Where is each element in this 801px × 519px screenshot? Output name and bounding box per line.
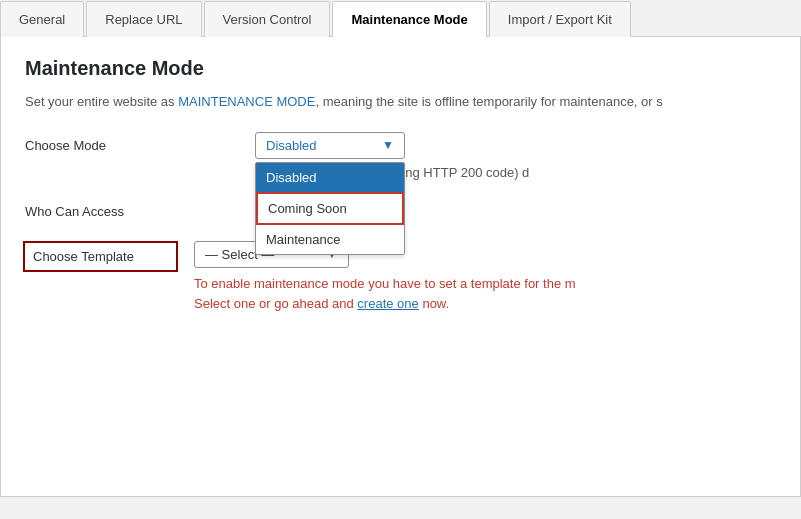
template-notice: To enable maintenance mode you have to s… xyxy=(194,274,776,316)
who-can-access-label: Who Can Access xyxy=(25,198,255,219)
tab-replace-url[interactable]: Replace URL xyxy=(86,1,201,37)
notice-line2: Select one or go ahead and create one no… xyxy=(194,294,776,315)
choose-mode-row: Choose Mode Disabled ▼ Disabled Coming S… xyxy=(25,132,776,180)
content-area: Maintenance Mode Set your entire website… xyxy=(0,37,801,497)
notice-line1: To enable maintenance mode you have to s… xyxy=(194,274,776,295)
tab-import-export[interactable]: Import / Export Kit xyxy=(489,1,631,37)
notice-line2-suffix: now. xyxy=(419,296,449,311)
mode-dropdown-button[interactable]: Disabled ▼ xyxy=(255,132,405,159)
page-title: Maintenance Mode xyxy=(25,57,776,80)
mode-chevron-icon: ▼ xyxy=(382,138,394,152)
choose-mode-label: Choose Mode xyxy=(25,132,255,153)
notice-line2-prefix: Select one or go ahead and xyxy=(194,296,357,311)
tabs-bar: General Replace URL Version Control Main… xyxy=(0,0,801,37)
description-prefix: Set your entire website as xyxy=(25,94,178,109)
mode-option-coming-soon[interactable]: Coming Soon xyxy=(256,192,404,225)
mode-option-maintenance[interactable]: Maintenance xyxy=(256,225,404,254)
maintenance-mode-link[interactable]: MAINTENANCE MODE xyxy=(178,94,315,109)
mode-option-disabled[interactable]: Disabled xyxy=(256,163,404,192)
choose-template-label: Choose Template xyxy=(23,241,178,272)
mode-dropdown-menu: Disabled Coming Soon Maintenance xyxy=(255,162,405,255)
mode-selected-value: Disabled xyxy=(266,138,317,153)
tab-general[interactable]: General xyxy=(0,1,84,37)
page-wrapper: General Replace URL Version Control Main… xyxy=(0,0,801,519)
create-one-link[interactable]: create one xyxy=(357,296,418,311)
tab-maintenance-mode[interactable]: Maintenance Mode xyxy=(332,1,486,37)
tab-version-control[interactable]: Version Control xyxy=(204,1,331,37)
choose-mode-control: Disabled ▼ Disabled Coming Soon Maintena… xyxy=(255,132,776,180)
description-suffix: , meaning the site is offline temporaril… xyxy=(315,94,662,109)
page-description: Set your entire website as MAINTENANCE M… xyxy=(25,92,776,112)
